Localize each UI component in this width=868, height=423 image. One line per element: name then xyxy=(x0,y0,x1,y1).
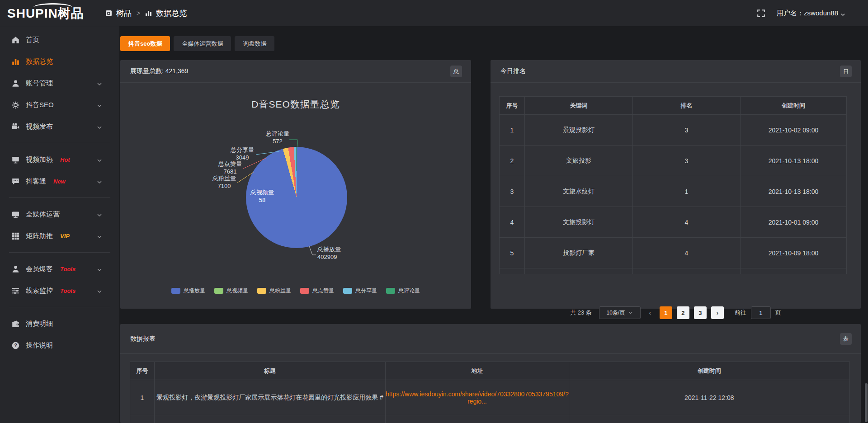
next-page-button[interactable]: › xyxy=(711,306,724,319)
sidebar-item-label: 消费明细 xyxy=(26,320,53,328)
ranking-table-row: 5投影灯厂家42021-10-09 18:00 xyxy=(500,238,847,268)
chevron-down-icon xyxy=(97,157,102,162)
chat-icon xyxy=(12,178,19,185)
chevron-down-icon xyxy=(97,233,102,239)
sidebar-item-label: 抖客通 xyxy=(26,177,46,186)
sidebar-item-label: 全媒体运营 xyxy=(26,210,60,219)
ranking-cell: 3 xyxy=(633,146,741,176)
sidebar-item-3[interactable]: 账号管理 xyxy=(0,72,119,94)
chevron-down-icon xyxy=(97,124,102,129)
sidebar-item-7[interactable]: 抖客通New xyxy=(0,170,119,192)
home-icon xyxy=(12,36,19,44)
legend-item[interactable]: 总点赞量 xyxy=(300,287,334,295)
ranking-cell: 2 xyxy=(500,146,525,176)
page-button-1[interactable]: 1 xyxy=(660,306,672,319)
user-menu[interactable]: 用户名：zswodun88 xyxy=(777,9,845,18)
sidebar-item-label: 视频发布 xyxy=(26,122,53,131)
username-label: 用户名：zswodun88 xyxy=(777,9,838,18)
breadcrumb-item-root[interactable]: 树品 xyxy=(116,8,132,19)
sidebar-badge: Tools xyxy=(60,266,75,273)
ranking-cell: 3 xyxy=(633,115,741,146)
ranking-cell: 2021-10-02 09:00 xyxy=(741,115,847,146)
sidebar-divider xyxy=(9,307,110,307)
fullscreen-icon[interactable] xyxy=(757,9,765,17)
sidebar-item-12[interactable]: 消费明细 xyxy=(0,313,119,334)
screen-icon xyxy=(12,156,19,164)
page-scrollbar[interactable] xyxy=(865,383,868,422)
chevron-down-icon xyxy=(97,266,102,272)
legend-swatch xyxy=(257,288,266,294)
ranking-cell: 5 xyxy=(500,238,525,268)
legend-label: 总分享量 xyxy=(355,287,377,295)
tab-inquiry-data[interactable]: 询盘数据 xyxy=(235,36,274,51)
daily-view-button[interactable]: 日 xyxy=(840,66,852,77)
user-icon xyxy=(12,80,19,87)
sidebar-divider xyxy=(9,252,110,253)
sidebar-divider xyxy=(9,197,110,198)
legend-item[interactable]: 总视频量 xyxy=(214,287,248,295)
tab-douyin-seo-data[interactable]: 抖音seo数据 xyxy=(120,36,170,51)
sidebar-item-9[interactable]: 矩阵助推VIP xyxy=(0,225,119,247)
sidebar-item-4[interactable]: 抖音SEO xyxy=(0,94,119,116)
pagination-total: 共 23 条 xyxy=(570,309,592,317)
sidebar-item-6[interactable]: 视频加热Hot xyxy=(0,149,119,170)
sidebar-item-8[interactable]: 全媒体运营 xyxy=(0,203,119,225)
ranking-cell: 1 xyxy=(633,176,741,207)
report-panel-header: 数据报表 表 xyxy=(120,324,861,354)
chart-panel-body: D音SEO数据量总览 总评论量572 总分享量3049 总点赞量7681 总粉丝… xyxy=(120,83,471,309)
gear-icon xyxy=(12,101,19,109)
ranking-column-header: 排名 xyxy=(633,97,741,115)
report-title-cell: 景观投影灯，夜游景观投影灯厂家展示展示落花灯在花园里的灯光投影应用效果 # xyxy=(155,380,386,415)
legend-swatch xyxy=(300,288,309,294)
report-url-cell: https://www.iesdouyin.com/share/video/70… xyxy=(386,380,569,415)
sidebar-item-5[interactable]: 视频发布 xyxy=(0,116,119,137)
ranking-table: 序号关键词排名创建时间 1景观投影灯32021-10-02 09:002文旅投影… xyxy=(499,96,847,274)
prev-page-button[interactable]: ‹ xyxy=(645,309,655,316)
total-view-button[interactable]: 总 xyxy=(450,66,462,77)
sidebar-item-2[interactable]: 数据总览 xyxy=(0,51,119,72)
page-buttons: 123 xyxy=(660,306,707,319)
table-view-button[interactable]: 表 xyxy=(840,333,852,345)
goto-page-input[interactable] xyxy=(751,306,771,319)
data-tabbar: 抖音seo数据 全媒体运营数据 询盘数据 xyxy=(120,36,274,51)
legend-item[interactable]: 总评论量 xyxy=(386,287,420,295)
ranking-table-row: 3文旅水纹灯12021-10-13 18:00 xyxy=(500,176,847,207)
report-column-header: 序号 xyxy=(130,362,155,380)
sidebar-item-13[interactable]: ?操作说明 xyxy=(0,334,119,356)
sidebar-item-label: 数据总览 xyxy=(26,57,53,66)
page-button-3[interactable]: 3 xyxy=(694,306,707,319)
legend-item[interactable]: 总粉丝量 xyxy=(257,287,291,295)
sidebar-item-1[interactable]: 首页 xyxy=(0,29,119,51)
breadcrumb: 树品 > 数据总览 xyxy=(105,0,187,26)
chart-panel-header: 展现量总数: 421,369 总 xyxy=(120,60,471,83)
page-size-select[interactable]: 10条/页 xyxy=(599,306,641,319)
grid-icon xyxy=(12,232,19,240)
sidebar-item-11[interactable]: 线索监控Tools xyxy=(0,280,119,301)
sidebar-item-label: 矩阵助推 xyxy=(26,232,53,240)
ranking-cell: 2021-10-13 18:00 xyxy=(741,146,847,176)
legend-swatch xyxy=(214,288,223,294)
sidebar-badge: New xyxy=(53,178,66,185)
ranking-column-header: 创建时间 xyxy=(741,97,847,115)
legend-label: 总点赞量 xyxy=(312,287,334,295)
goto-label: 前往 xyxy=(735,309,746,317)
sidebar-divider xyxy=(9,143,110,143)
ranking-table-row: 4文旅投影灯42021-10-01 09:00 xyxy=(500,207,847,238)
sidebar-item-label: 视频加热 xyxy=(26,155,53,164)
sidebar-item-10[interactable]: 会员爆客Tools xyxy=(0,258,119,280)
chevron-down-icon xyxy=(628,310,633,315)
report-video-link[interactable]: https://www.iesdouyin.com/share/video/70… xyxy=(386,390,569,405)
breadcrumb-home-icon xyxy=(105,10,112,17)
pie-chart-title: D音SEO数据量总览 xyxy=(120,98,471,111)
sidebar-badge: Tools xyxy=(60,287,75,294)
report-table-head: 序号标题地址创建时间 xyxy=(130,362,850,380)
ranking-table-row: 2文旅投影32021-10-13 18:00 xyxy=(500,146,847,176)
report-partial-row xyxy=(130,415,850,423)
legend-item[interactable]: 总分享量 xyxy=(343,287,377,295)
chevron-down-icon xyxy=(97,288,102,293)
data-report-panel: 数据报表 表 序号标题地址创建时间 1景观投影灯，夜游景观投影灯厂家展示展示落花… xyxy=(120,324,861,423)
page-button-2[interactable]: 2 xyxy=(677,306,689,319)
tab-media-operation-data[interactable]: 全媒体运营数据 xyxy=(174,36,231,51)
pie-label-shares: 总分享量3049 xyxy=(221,146,264,161)
legend-item[interactable]: 总播放量 xyxy=(171,287,205,295)
